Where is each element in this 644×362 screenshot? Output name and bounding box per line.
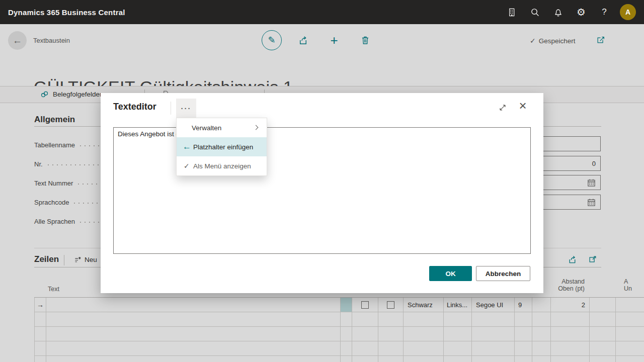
check-icon: ✓ (184, 162, 190, 170)
texteditor-dialog: Texteditor ··· × Dieses Angebot ist g OK… (101, 93, 543, 293)
menu-item-label: Platzhalter einfügen (193, 143, 253, 151)
search-icon[interactable] (523, 0, 546, 24)
topbar-actions: ⚙ ? A (500, 0, 644, 24)
avatar[interactable]: A (620, 4, 636, 20)
cancel-button[interactable]: Abbrechen (476, 266, 530, 281)
more-options-button[interactable]: ··· (176, 99, 196, 118)
menu-item-platzhalter-einfuegen[interactable]: ← Platzhalter einfügen (177, 137, 267, 156)
toolbar-divider (171, 102, 171, 115)
more-options-menu: Verwalten ← Platzhalter einfügen ✓ Als M… (176, 118, 267, 176)
app-title: Dynamics 365 Business Central (8, 8, 125, 17)
arrow-left-icon: ← (183, 142, 191, 152)
help-icon[interactable]: ? (593, 0, 616, 24)
company-icon[interactable] (500, 0, 523, 24)
menu-item-label: Verwalten (192, 124, 221, 132)
close-icon[interactable]: × (514, 97, 531, 114)
ok-button[interactable]: OK (429, 266, 472, 281)
app-top-bar: Dynamics 365 Business Central ⚙ ? A (0, 0, 644, 24)
menu-item-verwalten[interactable]: Verwalten (177, 118, 267, 137)
menu-item-als-menue-anzeigen[interactable]: ✓ Als Menü anzeigen (177, 156, 267, 175)
notifications-icon[interactable] (546, 0, 570, 24)
chevron-right-icon (254, 125, 259, 130)
settings-icon[interactable]: ⚙ (570, 0, 593, 24)
maximize-icon[interactable] (498, 103, 507, 112)
dialog-title: Texteditor (113, 102, 156, 112)
menu-item-label: Als Menü anzeigen (193, 162, 251, 170)
